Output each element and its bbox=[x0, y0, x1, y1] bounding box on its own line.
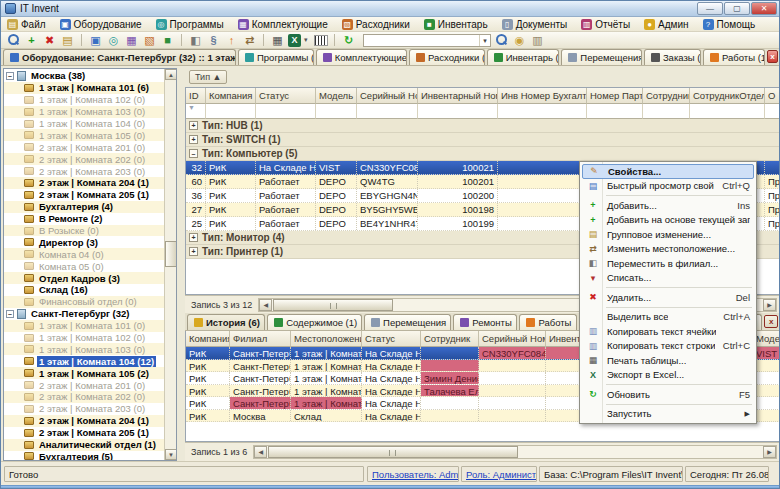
tree-item[interactable]: 1 этаж | Комната 102 (0) bbox=[4, 332, 164, 344]
expand-icon[interactable]: + bbox=[189, 135, 198, 144]
tree-item[interactable]: 1 этаж | Комната 105 (0) bbox=[4, 129, 164, 141]
group-row-2[interactable]: –Тип: Компьютер (5) bbox=[186, 147, 780, 161]
filter-cell[interactable] bbox=[690, 104, 765, 119]
tree-item[interactable]: 2 этаж | Комната 204 (1) bbox=[4, 177, 164, 189]
cell[interactable]: 100200 bbox=[418, 189, 498, 202]
tree-item[interactable]: Бухгалтерия (4) bbox=[4, 201, 164, 213]
menu-item-help[interactable]: ?Помощь bbox=[703, 19, 756, 30]
filter-cell[interactable] bbox=[643, 104, 690, 119]
tree-item[interactable]: Финансовый отдел (0) bbox=[4, 296, 164, 308]
cell[interactable] bbox=[421, 397, 479, 409]
cell[interactable]: 25 bbox=[186, 217, 206, 230]
cell[interactable]: 1 этаж | Комната 104 bbox=[291, 397, 362, 409]
history-h-scrollbar[interactable]: ◀ ▶ bbox=[253, 445, 777, 459]
context-menu-item-2[interactable]: +Добавить...Ins bbox=[582, 198, 754, 213]
history-column-header-1[interactable]: Филиал bbox=[230, 331, 291, 347]
cell[interactable]: На Складе Новый bbox=[362, 372, 421, 384]
detail-tab-3[interactable]: Ремонты bbox=[453, 314, 517, 330]
expand-icon[interactable]: + bbox=[189, 247, 198, 256]
cell[interactable]: BE4Y1NHR47H6N57 bbox=[357, 217, 418, 230]
scroll-left-icon[interactable]: ◀ bbox=[254, 446, 267, 458]
group-row-0[interactable]: +Тип: HUB (1) bbox=[186, 119, 780, 133]
delete-icon[interactable]: ✖ bbox=[42, 33, 57, 47]
cell[interactable] bbox=[753, 372, 780, 384]
tree-item[interactable]: Комната 04 (0) bbox=[4, 248, 164, 260]
cell[interactable]: РиК bbox=[186, 385, 230, 397]
cell[interactable]: Пр bbox=[765, 175, 780, 188]
cell[interactable] bbox=[753, 410, 780, 422]
status-user-link[interactable]: Пользователь: Administrator bbox=[367, 466, 459, 482]
main-tab-1[interactable]: Программы (80) bbox=[238, 49, 314, 65]
cell[interactable]: 1 этаж | Комната 104 bbox=[291, 347, 362, 359]
main-tab-0[interactable]: Оборудование: Санкт-Петербург (32) :: 1 … bbox=[3, 49, 236, 65]
cell[interactable]: Санкт-Петербург bbox=[230, 372, 291, 384]
cell[interactable] bbox=[479, 397, 546, 409]
menu-item-equipment[interactable]: ▣Оборудование bbox=[60, 19, 142, 30]
cell[interactable]: 32 bbox=[186, 161, 206, 174]
menu-item-consumables[interactable]: ▧Расходники bbox=[342, 19, 410, 30]
cell[interactable]: РиК bbox=[186, 360, 230, 372]
close-button[interactable]: ✕ bbox=[751, 2, 777, 15]
tree-item[interactable]: 2 этаж | Комната 203 (0) bbox=[4, 403, 164, 415]
tree-item[interactable]: 1 этаж | Комната 101 (6) bbox=[4, 82, 164, 94]
tree-item[interactable]: 2 этаж | Комната 202 (0) bbox=[4, 391, 164, 403]
cell[interactable]: Пр bbox=[765, 189, 780, 202]
detail-close-icon[interactable]: x bbox=[764, 315, 778, 328]
menu-item-documents[interactable]: ▯Документы bbox=[502, 19, 568, 30]
tree-item[interactable]: 1 этаж | Комната 105 (2) bbox=[4, 367, 164, 379]
filter-cell[interactable] bbox=[357, 104, 418, 119]
tree-item[interactable]: Комната 05 (0) bbox=[4, 260, 164, 272]
context-menu-item-5[interactable]: ⇄Изменить местоположение... bbox=[582, 242, 754, 257]
tree-splitter[interactable] bbox=[179, 68, 184, 461]
cell[interactable]: Талачева Елена bbox=[421, 385, 479, 397]
history-column-header-7[interactable]: Модель bbox=[753, 331, 780, 347]
history-column-header-3[interactable]: Статус bbox=[362, 331, 421, 347]
detail-tab-0[interactable]: История (6) bbox=[187, 314, 265, 330]
cell[interactable] bbox=[498, 175, 587, 188]
cell[interactable] bbox=[479, 410, 546, 422]
tree-item[interactable]: Бухгалтерия (5) bbox=[4, 451, 164, 462]
print-icon[interactable]: ▦ bbox=[270, 33, 285, 47]
change-location-icon[interactable]: ⇄ bbox=[242, 33, 257, 47]
filter-cell[interactable] bbox=[316, 104, 357, 119]
move-to-branch-icon[interactable]: ◧ bbox=[188, 33, 203, 47]
tree-item[interactable]: Директор (3) bbox=[4, 236, 164, 248]
cell[interactable]: Работает bbox=[256, 217, 316, 230]
group-edit-icon[interactable]: ▤ bbox=[60, 33, 75, 47]
main-tab-5[interactable]: Перемещения (0) bbox=[561, 49, 642, 65]
tree-item[interactable]: 2 этаж | Комната 201 (0) bbox=[4, 141, 164, 153]
menu-item-reports[interactable]: ▥Отчёты bbox=[581, 19, 630, 30]
cell[interactable]: Пр bbox=[765, 217, 780, 230]
context-menu-item-14[interactable]: ↻ОбновитьF5 bbox=[582, 387, 754, 402]
context-menu-item-0[interactable]: ✎Свойства... bbox=[582, 164, 754, 179]
cell[interactable] bbox=[498, 217, 587, 230]
equipment-icon[interactable]: ▣ bbox=[88, 33, 103, 47]
cell[interactable]: VIST bbox=[753, 347, 780, 359]
grid-scroll-thumb[interactable] bbox=[273, 299, 393, 311]
menu-item-programs[interactable]: ◎Программы bbox=[156, 19, 224, 30]
cell[interactable] bbox=[498, 203, 587, 216]
scroll-right-icon[interactable]: ▶ bbox=[763, 446, 776, 458]
cell[interactable]: РиК bbox=[186, 372, 230, 384]
tree-item[interactable]: 1 этаж | Комната 101 (0) bbox=[4, 320, 164, 332]
column-header-10[interactable]: О bbox=[765, 88, 780, 104]
cell[interactable]: Санкт-Петербург bbox=[230, 360, 291, 372]
tree-item[interactable]: 2 этаж | Комната 202 (0) bbox=[4, 153, 164, 165]
context-menu-item-11[interactable]: ▥Копировать текст строкиCtrl+C bbox=[582, 339, 754, 354]
barcode-icon[interactable] bbox=[314, 35, 328, 46]
tabs-close-icon[interactable]: x bbox=[767, 50, 778, 63]
tree-item[interactable]: 2 этаж | Комната 201 (0) bbox=[4, 379, 164, 391]
cell[interactable]: 100021 bbox=[418, 161, 498, 174]
cell[interactable]: 60 bbox=[186, 175, 206, 188]
column-header-1[interactable]: Компания bbox=[206, 88, 256, 104]
column-header-7[interactable]: Номер Партии bbox=[587, 88, 643, 104]
column-header-2[interactable]: Статус bbox=[256, 88, 316, 104]
scroll-left-icon[interactable]: ◀ bbox=[259, 299, 272, 311]
refresh-icon[interactable]: ↻ bbox=[341, 33, 356, 47]
filter-cell[interactable] bbox=[206, 104, 256, 119]
cell[interactable]: 100199 bbox=[418, 217, 498, 230]
scroll-right-icon[interactable]: ▶ bbox=[763, 299, 776, 311]
cell[interactable]: РиК bbox=[206, 175, 256, 188]
cell[interactable]: DEPO bbox=[316, 217, 357, 230]
tree-item[interactable]: 1 этаж | Комната 104 (0) bbox=[4, 118, 164, 130]
